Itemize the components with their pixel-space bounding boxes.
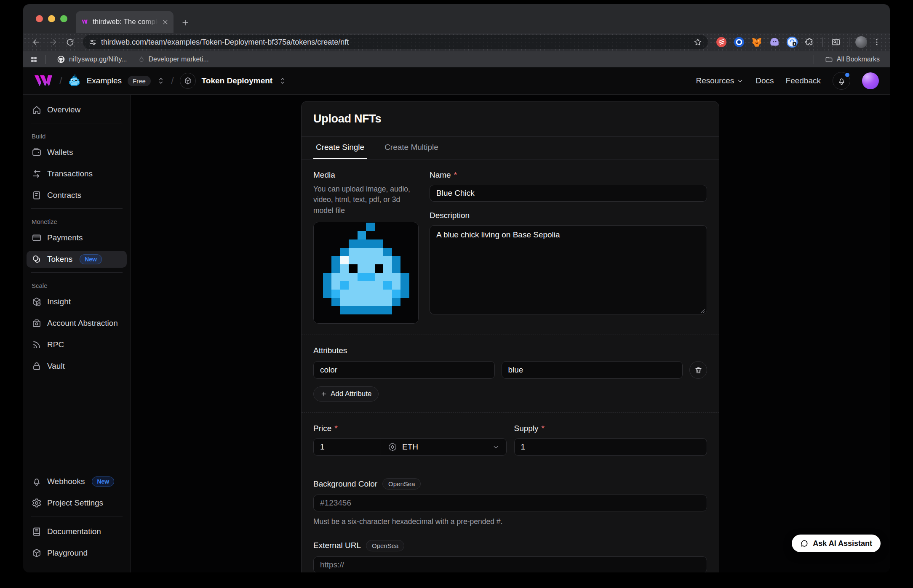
account-avatar[interactable]	[862, 72, 879, 89]
reload-icon[interactable]	[63, 35, 77, 49]
sidebar-item-project-settings[interactable]: Project Settings	[27, 495, 127, 511]
background-color-label: Background Color	[313, 479, 377, 489]
currency-select[interactable]: ETH	[381, 439, 506, 455]
lock-icon	[32, 361, 42, 371]
extension-blue-ring-icon[interactable]	[734, 37, 745, 48]
supply-label: Supply	[514, 424, 539, 433]
feedback-link[interactable]: Feedback	[786, 76, 821, 85]
media-label: Media	[313, 170, 419, 180]
sidebar-item-playground[interactable]: Playground	[27, 545, 127, 561]
attribute-name-input[interactable]	[313, 361, 495, 379]
sidebar-item-rpc[interactable]: RPC	[27, 336, 127, 353]
github-icon	[57, 55, 65, 64]
external-url-input[interactable]	[313, 556, 707, 573]
price-field: Price * ETH	[313, 424, 507, 456]
phantom-icon[interactable]	[769, 37, 780, 48]
browser-profile-avatar[interactable]	[855, 36, 867, 48]
address-bar[interactable]: thirdweb.com/team/examples/Token-Deploym…	[83, 35, 708, 49]
media-preview[interactable]	[313, 222, 419, 324]
metamask-icon[interactable]	[751, 37, 762, 48]
project-icon	[180, 73, 196, 89]
resources-menu[interactable]: Resources	[696, 76, 744, 85]
bookmark-label: niftyswap.gg/Nifty...	[69, 56, 127, 63]
attribute-value-input[interactable]	[502, 361, 683, 379]
tokens-icon	[32, 254, 42, 264]
new-tab-button[interactable]	[181, 19, 190, 27]
new-badge: New	[80, 254, 102, 264]
name-description-column: Name * Description A blue chick living o…	[430, 170, 707, 324]
plan-badge: Free	[128, 76, 151, 86]
team-switcher-icon[interactable]	[157, 77, 165, 85]
sidebar-item-payments[interactable]: Payments	[27, 229, 127, 246]
supply-input[interactable]	[514, 438, 707, 456]
breadcrumb-separator: /	[59, 75, 62, 87]
cube-search-icon	[32, 297, 42, 307]
close-window-button[interactable]	[36, 15, 43, 22]
currency-value: ETH	[402, 442, 418, 452]
forward-icon[interactable]	[46, 35, 60, 49]
sidebar-section-scale: Scale	[27, 279, 127, 293]
bookmark-developer-marketing[interactable]: Developer marketi...	[135, 56, 212, 63]
plus-icon	[320, 391, 327, 397]
sidebar-item-account-abstraction[interactable]: Account Abstraction	[27, 315, 127, 332]
sidebar-item-overview[interactable]: Overview	[27, 101, 127, 118]
sidebar-item-documentation[interactable]: Documentation	[27, 523, 127, 540]
project-switcher-icon[interactable]	[278, 77, 287, 85]
notifications-button[interactable]	[833, 72, 850, 90]
all-bookmarks-button[interactable]: All Bookmarks	[822, 56, 883, 64]
browser-menu-kebab-icon[interactable]	[870, 35, 884, 49]
bookmark-niftyswap[interactable]: niftyswap.gg/Nifty...	[53, 55, 131, 64]
zoom-window-button[interactable]	[60, 15, 67, 22]
extensions-puzzle-icon[interactable]	[802, 35, 817, 49]
browser-tab[interactable]: thirdweb: The complete web3	[76, 11, 174, 33]
tab-create-single[interactable]: Create Single	[313, 137, 367, 159]
sidebar-divider	[31, 123, 123, 123]
price-input[interactable]	[314, 439, 381, 455]
bookmark-label: Developer marketi...	[149, 56, 209, 63]
app-header: / Examples Free / Token Deployment Reso	[23, 67, 890, 95]
sidebar-item-webhooks[interactable]: Webhooks New	[27, 473, 127, 490]
price-label: Price	[313, 424, 331, 433]
rss-icon	[32, 340, 42, 350]
tab-create-multiple[interactable]: Create Multiple	[382, 137, 441, 159]
sidebar-item-vault[interactable]: Vault	[27, 358, 127, 375]
project-name[interactable]: Token Deployment	[202, 76, 273, 85]
url-text: thirdweb.com/team/examples/Token-Deploym…	[101, 38, 689, 47]
attributes-label: Attributes	[313, 346, 707, 355]
back-icon[interactable]	[29, 35, 43, 49]
description-textarea[interactable]: A blue chick living on Base Sepolia	[430, 225, 707, 314]
team-name[interactable]: Examples	[87, 76, 122, 85]
sidebar-item-insight[interactable]: Insight	[27, 293, 127, 310]
sidebar-item-contracts[interactable]: Contracts	[27, 187, 127, 204]
sidebar-item-transactions[interactable]: Transactions	[27, 165, 127, 182]
thirdweb-logo[interactable]	[34, 74, 53, 87]
minimize-window-button[interactable]	[48, 15, 55, 22]
bookmarks-bar: niftyswap.gg/Nifty... Developer marketi.…	[23, 51, 890, 67]
extension-lock-icon[interactable]	[787, 37, 798, 48]
opensea-badge: OpenSea	[366, 540, 404, 551]
add-attribute-button[interactable]: Add Attribute	[313, 386, 379, 402]
chevron-down-icon	[492, 444, 499, 451]
media-column: Media You can upload image, audio, video…	[313, 170, 419, 324]
extension-red-icon[interactable]	[716, 37, 727, 48]
notification-dot	[845, 73, 849, 77]
delete-attribute-button[interactable]	[689, 361, 707, 379]
tab-close-icon[interactable]	[162, 19, 168, 25]
credit-card-icon	[32, 233, 42, 243]
team-avatar-chick	[68, 74, 81, 87]
contract-icon	[32, 190, 42, 200]
sidebar-item-wallets[interactable]: Wallets	[27, 144, 127, 161]
docs-link[interactable]: Docs	[755, 76, 774, 85]
name-input[interactable]	[430, 185, 707, 202]
site-settings-icon[interactable]	[89, 38, 97, 46]
page-title: Upload NFTs	[313, 112, 707, 125]
eth-coin-icon	[388, 442, 397, 452]
tab-strip: thirdweb: The complete web3	[23, 4, 890, 33]
bookmark-star-icon[interactable]	[694, 38, 702, 46]
apps-grid-icon[interactable]	[30, 56, 38, 64]
ask-ai-assistant-button[interactable]: Ask AI Assistant	[792, 535, 881, 552]
background-color-input[interactable]	[313, 495, 707, 511]
tab-title: thirdweb: The complete web3	[93, 18, 158, 26]
side-panel-search-icon[interactable]	[829, 35, 843, 49]
sidebar-item-tokens[interactable]: Tokens New	[27, 251, 127, 268]
